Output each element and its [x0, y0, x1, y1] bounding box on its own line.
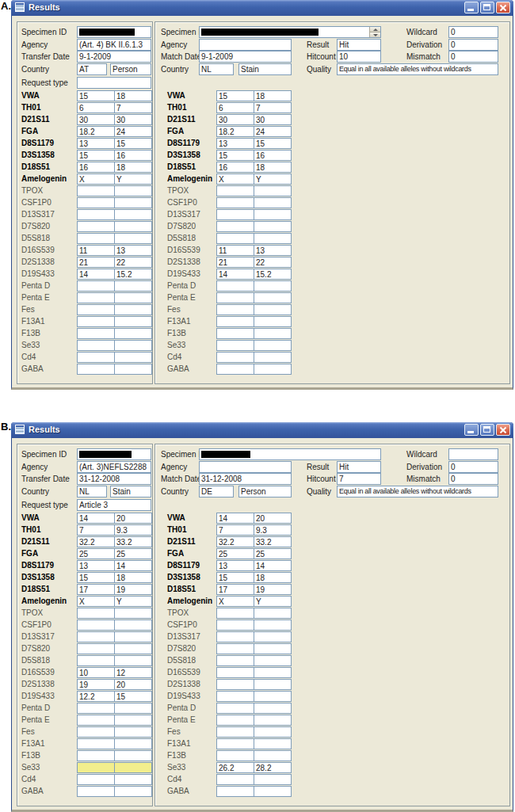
allele-field-2[interactable]: 9.3: [114, 524, 152, 536]
allele-field-1[interactable]: [77, 316, 115, 327]
maximize-button[interactable]: [480, 424, 494, 436]
allele-field-2[interactable]: [254, 209, 292, 220]
allele-field-2[interactable]: [254, 221, 292, 232]
allele-field-1[interactable]: 7: [77, 524, 115, 536]
allele-field-2[interactable]: 28.2: [254, 762, 292, 773]
country-code-field[interactable]: AT: [77, 63, 107, 75]
allele-field-1[interactable]: X: [77, 596, 115, 607]
allele-field-1[interactable]: 25: [216, 548, 254, 559]
allele-field-1[interactable]: 13: [77, 138, 115, 149]
allele-field-2[interactable]: [254, 280, 292, 292]
quality-dropdown[interactable]: Equal in all available alleles without w…: [337, 63, 498, 75]
allele-field-2[interactable]: [254, 726, 292, 738]
allele-field-2[interactable]: [114, 619, 152, 631]
allele-field-2[interactable]: 15: [114, 691, 152, 702]
allele-field-2[interactable]: [114, 655, 152, 666]
allele-field-1[interactable]: [216, 364, 254, 375]
allele-field-1[interactable]: 12.2: [77, 691, 115, 702]
allele-field-1[interactable]: [216, 726, 254, 738]
allele-field-1[interactable]: 25: [77, 548, 115, 559]
allele-field-2[interactable]: [254, 185, 292, 196]
allele-field-2[interactable]: [114, 316, 152, 327]
allele-field-1[interactable]: [216, 691, 254, 702]
wildcard-field[interactable]: 0: [448, 26, 498, 38]
allele-field-1[interactable]: [77, 608, 115, 619]
allele-field-1[interactable]: [216, 197, 254, 208]
agency-field[interactable]: (Art. 4) BK II.6.1.3: [77, 39, 151, 51]
agency-field[interactable]: (Art. 3)NEFLS2288: [77, 461, 151, 473]
allele-field-1[interactable]: 19: [77, 679, 115, 690]
allele-field-2[interactable]: Y: [254, 596, 292, 607]
allele-field-2[interactable]: [254, 643, 292, 654]
allele-field-1[interactable]: [216, 703, 254, 714]
allele-field-2[interactable]: 19: [254, 584, 292, 595]
allele-field-1[interactable]: 13: [77, 560, 115, 571]
allele-field-1[interactable]: [77, 185, 115, 196]
match-date-field[interactable]: 31-12-2008: [199, 473, 292, 485]
allele-field-2[interactable]: 12: [114, 667, 152, 678]
allele-field-1[interactable]: [216, 655, 254, 666]
allele-field-1[interactable]: [77, 619, 115, 631]
allele-field-2[interactable]: [114, 762, 152, 773]
allele-field-2[interactable]: 20: [114, 513, 152, 524]
allele-field-1[interactable]: [216, 233, 254, 244]
allele-field-2[interactable]: 15: [114, 138, 152, 149]
allele-field-2[interactable]: 19: [114, 584, 152, 595]
allele-field-2[interactable]: [254, 364, 292, 375]
allele-field-2[interactable]: [114, 328, 152, 339]
close-button[interactable]: [496, 424, 510, 436]
specimen-id-field[interactable]: [199, 26, 381, 38]
allele-field-2[interactable]: 22: [114, 257, 152, 268]
allele-field-1[interactable]: [77, 280, 115, 292]
allele-field-1[interactable]: 32.2: [77, 536, 115, 547]
allele-field-1[interactable]: 16: [216, 162, 254, 173]
mismatch-field[interactable]: 0: [448, 473, 498, 485]
specimen-type-dropdown[interactable]: Person: [238, 486, 292, 497]
specimen-type-dropdown[interactable]: Stain: [238, 63, 292, 75]
allele-field-1[interactable]: [77, 631, 115, 642]
request-type-dropdown[interactable]: [77, 77, 151, 89]
allele-field-1[interactable]: 14: [77, 513, 115, 524]
hitcount-field[interactable]: 7: [337, 473, 381, 485]
allele-field-2[interactable]: [114, 221, 152, 232]
agency-field[interactable]: [199, 39, 292, 51]
allele-field-1[interactable]: 13: [216, 560, 254, 571]
allele-field-2[interactable]: [114, 786, 152, 797]
allele-field-1[interactable]: [77, 774, 115, 785]
allele-field-1[interactable]: [216, 679, 254, 690]
close-button[interactable]: [496, 2, 510, 13]
allele-field-2[interactable]: 18: [114, 90, 152, 101]
allele-field-1[interactable]: [216, 631, 254, 642]
allele-field-1[interactable]: [216, 292, 254, 303]
allele-field-2[interactable]: Y: [254, 173, 292, 185]
allele-field-1[interactable]: [77, 715, 115, 726]
derivation-field[interactable]: 0: [448, 39, 498, 51]
allele-field-2[interactable]: Y: [114, 596, 152, 607]
allele-field-1[interactable]: [77, 364, 115, 375]
allele-field-1[interactable]: [216, 221, 254, 232]
allele-field-1[interactable]: 21: [216, 257, 254, 268]
allele-field-2[interactable]: [114, 292, 152, 303]
country-code-field[interactable]: DE: [199, 486, 234, 497]
wildcard-field[interactable]: [448, 448, 498, 460]
allele-field-2[interactable]: [254, 340, 292, 351]
allele-field-2[interactable]: 20: [254, 513, 292, 524]
allele-field-2[interactable]: 16: [114, 150, 152, 161]
allele-field-1[interactable]: [216, 280, 254, 292]
allele-field-2[interactable]: [114, 209, 152, 220]
allele-field-1[interactable]: [216, 774, 254, 785]
allele-field-2[interactable]: [114, 304, 152, 315]
allele-field-2[interactable]: [254, 774, 292, 785]
allele-field-2[interactable]: 20: [114, 679, 152, 690]
allele-field-2[interactable]: 33.2: [254, 536, 292, 547]
allele-field-1[interactable]: [77, 750, 115, 761]
allele-field-1[interactable]: [77, 655, 115, 666]
allele-field-1[interactable]: 21: [77, 257, 115, 268]
allele-field-1[interactable]: [77, 738, 115, 749]
allele-field-2[interactable]: [114, 280, 152, 292]
allele-field-2[interactable]: [254, 292, 292, 303]
allele-field-2[interactable]: 18: [114, 162, 152, 173]
allele-field-1[interactable]: 15: [77, 90, 115, 101]
allele-field-1[interactable]: 16: [77, 162, 115, 173]
allele-field-2[interactable]: [254, 667, 292, 678]
